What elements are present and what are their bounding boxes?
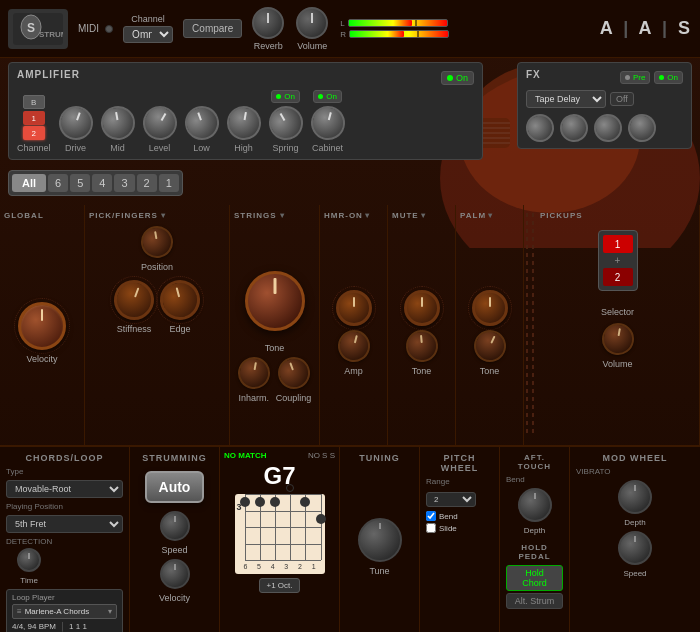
palm-knob-1[interactable]	[472, 290, 508, 326]
amplifier-on-toggle[interactable]: On	[441, 71, 474, 85]
coupling-knob[interactable]	[273, 352, 314, 393]
palm-tone-knob[interactable]	[468, 324, 511, 367]
fx-knob-3[interactable]	[593, 113, 623, 143]
tune-knob[interactable]	[358, 518, 402, 562]
time-knob-group: Time	[17, 548, 41, 585]
slide-checkbox[interactable]	[426, 523, 436, 533]
mute-knob-1[interactable]	[404, 290, 440, 326]
type-select[interactable]: Movable-Root Open Barre	[6, 480, 123, 498]
range-select[interactable]: 2 1 12	[426, 492, 476, 507]
fx-pre-toggle[interactable]: Pre	[620, 71, 650, 84]
hold-pedal-header: HOLD PEDAL	[506, 543, 563, 561]
tab-4[interactable]: 4	[92, 174, 112, 192]
palm-tone-group: Tone	[474, 330, 506, 376]
mid-knob[interactable]	[98, 103, 137, 142]
reverb-group: Reverb	[252, 7, 284, 51]
hold-chord-btn[interactable]: Hold Chord	[506, 565, 563, 591]
position-knob[interactable]	[138, 223, 175, 260]
pickup-2-btn[interactable]: 2	[603, 268, 633, 286]
mute-tone-knob[interactable]	[404, 328, 439, 363]
amplifier-section: AMPLIFIER On B 1 2 Chan	[8, 62, 483, 160]
top-bar: S STRUM MIDI Channel Omni 1 2 Compare Re…	[0, 0, 700, 58]
vibrato-depth-knob[interactable]	[618, 480, 652, 514]
stiffness-edge-row: Stiffness Edge	[114, 280, 200, 334]
reverb-knob[interactable]	[252, 7, 284, 39]
channel-label: Channel	[131, 14, 165, 24]
fx-on-toggle[interactable]: On	[654, 71, 683, 84]
tune-knob-group: Tune	[358, 467, 402, 626]
plus-sign: +	[603, 255, 633, 266]
alt-strum-btn[interactable]: Alt. Strum	[506, 593, 563, 609]
speed-knob[interactable]	[160, 511, 190, 541]
detection-section: DETECTION Time	[6, 537, 123, 585]
low-knob[interactable]	[180, 101, 224, 145]
fx-effect-select[interactable]: Tape Delay Chorus Flanger	[526, 90, 606, 108]
meter-l-label: L	[340, 19, 344, 28]
velocity-knob[interactable]	[18, 302, 66, 350]
tab-all[interactable]: All	[12, 174, 46, 192]
low-group: Low	[185, 106, 219, 153]
spring-knob[interactable]	[262, 100, 308, 146]
spring-label: Spring	[273, 143, 299, 153]
spring-on-toggle[interactable]: On	[271, 90, 300, 103]
tone-label: Tone	[265, 343, 285, 353]
cabinet-on-toggle[interactable]: On	[313, 90, 342, 103]
vibrato-depth-group: Depth	[576, 480, 694, 527]
vibrato-depth-label: Depth	[624, 518, 645, 527]
svg-text:STRUM: STRUM	[39, 30, 63, 39]
pickup-switch: 1 + 2	[598, 230, 638, 291]
playing-pos-select[interactable]: 5th Fret Open 1st Fret	[6, 515, 123, 533]
vibrato-label: VIBRATO	[576, 467, 694, 476]
global-header: GLOBAL	[4, 211, 80, 220]
tab-6[interactable]: 6	[48, 174, 68, 192]
neck-divider-1	[526, 213, 528, 437]
pickup-1-btn[interactable]: 1	[603, 235, 633, 253]
auto-button[interactable]: Auto	[145, 471, 205, 503]
strum-velocity-knob[interactable]	[160, 559, 190, 589]
hmr-amp-knob[interactable]	[334, 326, 373, 365]
fx-knob-2[interactable]	[558, 112, 590, 144]
hmr-knob-1[interactable]	[336, 290, 372, 326]
tab-1[interactable]: 1	[159, 174, 179, 192]
fx-knob-1[interactable]	[522, 110, 558, 146]
volume-knob[interactable]	[296, 7, 328, 39]
edge-group: Edge	[160, 280, 200, 334]
high-group: High	[227, 106, 261, 153]
channel-2-btn[interactable]: 2	[23, 126, 45, 140]
pickup-volume-knob[interactable]	[599, 320, 636, 357]
bend-row: Bend	[426, 511, 493, 521]
inharm-knob[interactable]	[235, 354, 272, 391]
stiffness-label: Stiffness	[117, 324, 151, 334]
drive-group: Drive	[59, 106, 93, 153]
high-knob[interactable]	[224, 103, 263, 142]
vibrato-speed-label: Speed	[623, 569, 646, 578]
midi-label: MIDI	[78, 23, 99, 34]
time-knob[interactable]	[17, 548, 41, 572]
tone-knob[interactable]	[245, 271, 305, 331]
oct-button[interactable]: +1 Oct.	[259, 578, 299, 593]
bottom-section: CHORDS/LOOP Type Movable-Root Open Barre…	[0, 445, 700, 632]
bend-checkbox[interactable]	[426, 511, 436, 521]
tab-3[interactable]: 3	[114, 174, 134, 192]
channel-1-btn[interactable]: 1	[23, 111, 45, 125]
fx-off-toggle[interactable]: Off	[610, 92, 634, 106]
midi-section: MIDI	[78, 23, 113, 34]
level-knob[interactable]	[136, 100, 182, 146]
edge-label: Edge	[169, 324, 190, 334]
bend-depth-knob[interactable]	[518, 488, 552, 522]
tab-5[interactable]: 5	[70, 174, 90, 192]
compare-button[interactable]: Compare	[183, 19, 242, 38]
drive-knob[interactable]	[54, 101, 98, 145]
palm-knobs: Tone	[472, 226, 508, 439]
vibrato-speed-knob[interactable]	[618, 531, 652, 565]
b-button[interactable]: B	[23, 95, 45, 109]
pickup-controls: 1 + 2 Selector Volume	[598, 226, 638, 439]
app-logo: S STRUM	[8, 9, 68, 49]
cabinet-knob[interactable]	[307, 102, 349, 144]
chord-diagram: 3	[235, 494, 325, 574]
pickup-volume-label: Volume	[602, 359, 632, 369]
channel-select[interactable]: Omni 1 2	[123, 26, 173, 43]
cabinet-group: On Cabinet	[311, 90, 345, 153]
tab-2[interactable]: 2	[137, 174, 157, 192]
fx-knob-4[interactable]	[624, 110, 660, 146]
